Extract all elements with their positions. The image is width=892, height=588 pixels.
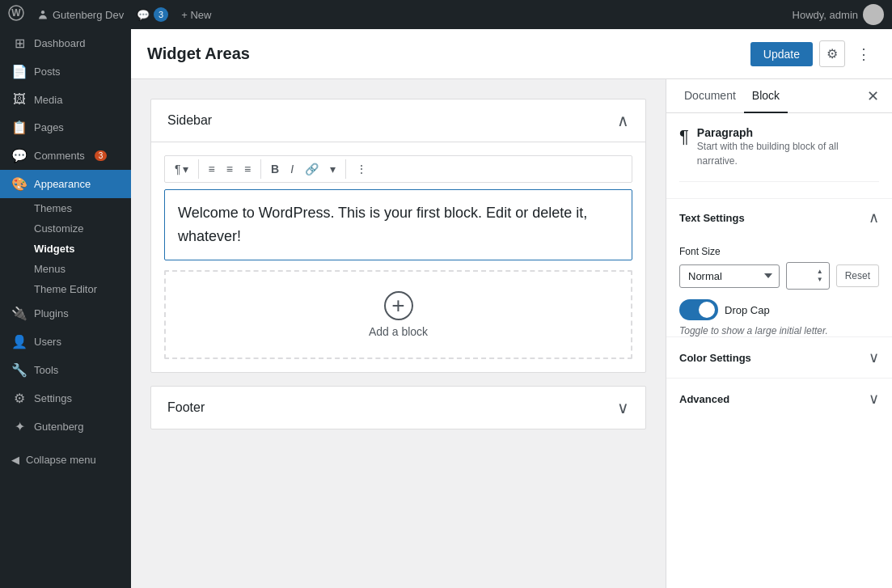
sidebar-item-users[interactable]: 👤 Users bbox=[0, 328, 131, 356]
drop-cap-description: Toggle to show a large initial letter. bbox=[679, 325, 879, 336]
chevron-up-icon: ∧ bbox=[617, 112, 629, 129]
block-type-name: Paragraph bbox=[697, 126, 879, 139]
update-button[interactable]: Update bbox=[750, 42, 813, 66]
sidebar-card-header: Sidebar ∧ bbox=[151, 99, 645, 142]
svg-text:W: W bbox=[11, 7, 21, 19]
toggle-slider bbox=[679, 299, 718, 320]
sidebar-item-media[interactable]: 🖼 Media bbox=[0, 86, 131, 113]
text-settings-header[interactable]: Text Settings ∧ bbox=[666, 198, 892, 236]
sidebar-sub-menus[interactable]: Menus bbox=[0, 259, 131, 279]
avatar bbox=[863, 4, 884, 25]
settings-icon: ⚙ bbox=[11, 391, 27, 406]
panel-tabs: Document Block ✕ bbox=[666, 79, 892, 113]
footer-widget-card: Footer ∨ bbox=[150, 386, 646, 429]
collapse-icon: ◀ bbox=[11, 454, 19, 466]
font-size-increment-button[interactable]: ▲ bbox=[816, 268, 824, 276]
site-name[interactable]: Gutenberg Dev bbox=[37, 9, 124, 21]
sidebar-toggle-button[interactable]: ∧ bbox=[617, 111, 629, 130]
paragraph-icon: ¶ bbox=[175, 163, 181, 176]
sidebar-item-settings[interactable]: ⚙ Settings bbox=[0, 384, 131, 412]
right-panel: Document Block ✕ ¶ Paragraph Start with … bbox=[666, 79, 892, 588]
sidebar-sub-theme-editor[interactable]: Theme Editor bbox=[0, 279, 131, 299]
drop-cap-toggle[interactable] bbox=[679, 299, 718, 320]
more-options-button[interactable]: ⋮ bbox=[852, 42, 876, 66]
pages-icon: 📋 bbox=[11, 120, 27, 135]
sidebar-sub-customize[interactable]: Customize bbox=[0, 218, 131, 239]
font-size-decrement-button[interactable]: ▼ bbox=[816, 276, 824, 284]
color-settings-header[interactable]: Color Settings ∨ bbox=[666, 337, 892, 378]
sidebar-item-pages[interactable]: 📋 Pages bbox=[0, 113, 131, 142]
sidebar-item-gutenberg[interactable]: ✦ Gutenberg bbox=[0, 412, 131, 441]
sidebar-item-posts[interactable]: 📄 Posts bbox=[0, 57, 131, 86]
gear-icon: ⚙ bbox=[826, 47, 838, 61]
italic-icon: I bbox=[290, 163, 294, 176]
comments-nav-icon: 💬 bbox=[11, 148, 27, 163]
toolbar-separator-2 bbox=[260, 159, 261, 179]
page-title: Widget Areas bbox=[147, 44, 750, 63]
tab-document[interactable]: Document bbox=[676, 79, 744, 113]
comments-count: 3 bbox=[154, 7, 168, 22]
toolbar-separator-3 bbox=[345, 159, 346, 179]
align-left-button[interactable]: ≡ bbox=[204, 159, 220, 179]
drop-cap-row: Drop Cap bbox=[679, 299, 879, 320]
page-header: Widget Areas Update ⚙ ⋮ bbox=[131, 29, 892, 79]
topbar: W Gutenberg Dev 💬 3 + New Howdy, admin bbox=[0, 0, 892, 29]
sidebar-sub-themes[interactable]: Themes bbox=[0, 198, 131, 218]
color-settings-chevron-icon: ∨ bbox=[869, 349, 879, 366]
advanced-header[interactable]: Advanced ∨ bbox=[666, 379, 892, 419]
footer-toggle-button[interactable]: ∨ bbox=[617, 398, 629, 417]
panel-content: ¶ Paragraph Start with the building bloc… bbox=[666, 113, 892, 588]
svg-point-2 bbox=[41, 11, 44, 14]
gutenberg-icon: ✦ bbox=[11, 419, 27, 434]
bold-button[interactable]: B bbox=[266, 159, 284, 179]
drop-cap-label: Drop Cap bbox=[725, 304, 770, 316]
sidebar-sub-widgets[interactable]: Widgets bbox=[0, 239, 131, 259]
paragraph-block[interactable]: Welcome to WordPress. This is your first… bbox=[164, 189, 632, 260]
posts-icon: 📄 bbox=[11, 64, 27, 79]
sidebar-nav: ⊞ Dashboard 📄 Posts 🖼 Media 📋 Pages 💬 Co… bbox=[0, 29, 131, 588]
text-settings-chevron-icon: ∧ bbox=[869, 209, 879, 226]
add-block-area[interactable]: + Add a block bbox=[164, 270, 632, 359]
chevron-down-icon: ∨ bbox=[617, 399, 629, 417]
sidebar-item-tools[interactable]: 🔧 Tools bbox=[0, 356, 131, 384]
advanced-chevron-icon: ∨ bbox=[869, 390, 879, 408]
footer-card-header: Footer ∨ bbox=[151, 387, 645, 429]
ellipsis-icon: ⋮ bbox=[856, 46, 871, 62]
paragraph-style-button[interactable]: ¶ ▾ bbox=[170, 159, 193, 179]
more-rich-text-button[interactable]: ▾ bbox=[325, 159, 340, 179]
plugins-icon: 🔌 bbox=[11, 306, 27, 321]
text-settings-body: Font Size Normal Small Medium Large Huge bbox=[679, 236, 879, 336]
text-settings-title: Text Settings bbox=[679, 212, 745, 224]
tab-block[interactable]: Block bbox=[744, 79, 788, 113]
comment-icon: 💬 bbox=[137, 9, 150, 21]
close-icon: ✕ bbox=[867, 88, 879, 104]
caret-down-icon: ▾ bbox=[330, 163, 336, 176]
font-size-reset-button[interactable]: Reset bbox=[836, 264, 879, 287]
panel-close-button[interactable]: ✕ bbox=[864, 84, 882, 108]
color-settings-section: Color Settings ∨ bbox=[666, 336, 892, 378]
collapse-menu-button[interactable]: ◀ Collapse menu bbox=[0, 447, 131, 472]
align-right-icon: ≡ bbox=[244, 163, 251, 176]
sidebar-item-plugins[interactable]: 🔌 Plugins bbox=[0, 299, 131, 328]
comments-link[interactable]: 💬 3 bbox=[137, 7, 168, 22]
appearance-icon: 🎨 bbox=[11, 176, 27, 192]
link-button[interactable]: 🔗 bbox=[300, 159, 323, 179]
settings-gear-button[interactable]: ⚙ bbox=[819, 40, 845, 67]
sidebar-item-appearance[interactable]: 🎨 Appearance bbox=[0, 170, 131, 198]
align-right-button[interactable]: ≡ bbox=[239, 159, 256, 179]
editor-main: Sidebar ∧ ¶ ▾ bbox=[131, 79, 666, 588]
new-button[interactable]: + New bbox=[181, 9, 211, 21]
align-left-icon: ≡ bbox=[209, 163, 215, 176]
align-center-button[interactable]: ≡ bbox=[222, 159, 238, 179]
sidebar-item-comments[interactable]: 💬 Comments 3 bbox=[0, 142, 131, 170]
users-icon: 👤 bbox=[11, 334, 27, 349]
block-info: ¶ Paragraph Start with the building bloc… bbox=[679, 126, 879, 182]
block-more-options-button[interactable]: ⋮ bbox=[351, 159, 372, 179]
font-size-select[interactable]: Normal Small Medium Large Huge bbox=[679, 264, 780, 288]
howdy-user[interactable]: Howdy, admin bbox=[793, 4, 884, 25]
dropdown-arrow: ▾ bbox=[183, 163, 188, 176]
sidebar-item-dashboard[interactable]: ⊞ Dashboard bbox=[0, 29, 131, 57]
italic-button[interactable]: I bbox=[285, 159, 298, 179]
comments-nav-badge: 3 bbox=[95, 150, 108, 161]
block-editor: ¶ ▾ ≡ ≡ ≡ bbox=[151, 142, 645, 372]
